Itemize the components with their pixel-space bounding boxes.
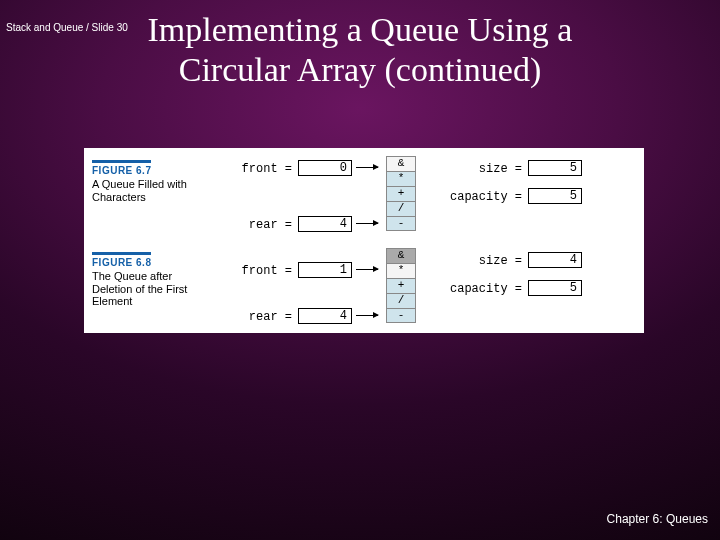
size-value: 4 bbox=[528, 252, 582, 268]
figure-label-block: FIGURE 6.8 The Queue after Deletion of t… bbox=[92, 252, 212, 308]
figure-number: FIGURE 6.8 bbox=[92, 252, 151, 268]
array-cell: / bbox=[386, 201, 416, 216]
size-label: size = bbox=[452, 162, 522, 176]
capacity-label: capacity = bbox=[434, 282, 522, 296]
figure-caption: The Queue after Deletion of the First El… bbox=[92, 270, 212, 308]
capacity-value: 5 bbox=[528, 188, 582, 204]
array-cell: + bbox=[386, 186, 416, 201]
figure-6-7: FIGURE 6.7 A Queue Filled with Character… bbox=[84, 148, 644, 240]
array-cell: / bbox=[386, 293, 416, 308]
title-line-2: Circular Array (continued) bbox=[179, 51, 542, 88]
array-cell: - bbox=[386, 308, 416, 323]
array-cell: * bbox=[386, 171, 416, 186]
size-value: 5 bbox=[528, 160, 582, 176]
front-arrow-icon bbox=[356, 167, 378, 168]
front-arrow-icon bbox=[356, 269, 378, 270]
array-column: & * + / - bbox=[386, 248, 416, 323]
size-label: size = bbox=[452, 254, 522, 268]
title-line-1: Implementing a Queue Using a bbox=[148, 11, 573, 48]
footer-chapter: Chapter 6: Queues bbox=[607, 512, 708, 526]
array-column: & * + / - bbox=[386, 156, 416, 231]
rear-value: 4 bbox=[298, 308, 352, 324]
front-label: front = bbox=[232, 162, 292, 176]
figure-panel: FIGURE 6.7 A Queue Filled with Character… bbox=[84, 148, 644, 333]
array-cell: & bbox=[386, 156, 416, 171]
rear-arrow-icon bbox=[356, 315, 378, 316]
rear-label: rear = bbox=[232, 310, 292, 324]
capacity-label: capacity = bbox=[434, 190, 522, 204]
rear-value: 4 bbox=[298, 216, 352, 232]
rear-arrow-icon bbox=[356, 223, 378, 224]
array-cell: * bbox=[386, 263, 416, 278]
array-cell: + bbox=[386, 278, 416, 293]
front-value: 0 bbox=[298, 160, 352, 176]
array-cell-deleted: & bbox=[386, 248, 416, 263]
array-cell: - bbox=[386, 216, 416, 231]
front-label: front = bbox=[232, 264, 292, 278]
figure-6-8: FIGURE 6.8 The Queue after Deletion of t… bbox=[84, 240, 644, 332]
slide-title: Implementing a Queue Using a Circular Ar… bbox=[0, 10, 720, 90]
capacity-value: 5 bbox=[528, 280, 582, 296]
figure-number: FIGURE 6.7 bbox=[92, 160, 151, 176]
figure-label-block: FIGURE 6.7 A Queue Filled with Character… bbox=[92, 160, 212, 203]
front-value: 1 bbox=[298, 262, 352, 278]
figure-caption: A Queue Filled with Characters bbox=[92, 178, 212, 203]
rear-label: rear = bbox=[232, 218, 292, 232]
